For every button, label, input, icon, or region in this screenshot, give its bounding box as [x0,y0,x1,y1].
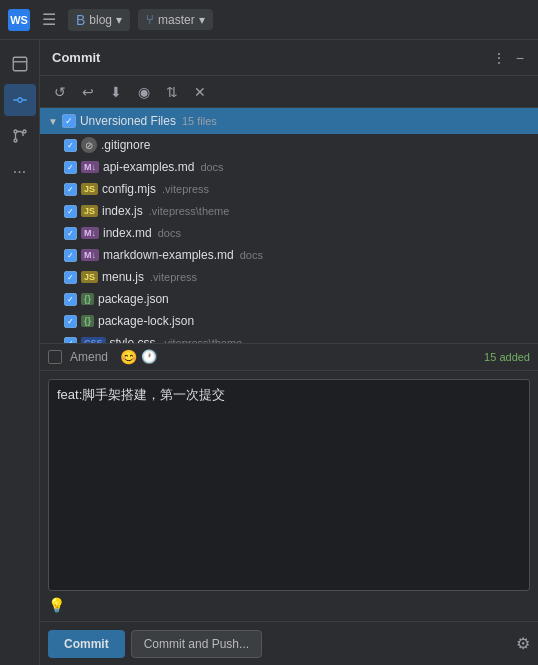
svg-point-3 [14,139,17,142]
branch-dropdown-icon: ▾ [116,13,122,27]
sort-icon: ⇅ [166,84,178,100]
file-type-badge: M↓ [81,249,99,261]
file-type-badge: JS [81,205,98,217]
file-path: docs [240,249,263,261]
top-bar: WS ☰ B blog ▾ ⑂ master ▾ [0,0,538,40]
file-checkbox[interactable] [64,161,77,174]
amend-clock-icon[interactable]: 🕐 [141,349,157,365]
file-type-badge: {} [81,315,94,327]
svg-rect-0 [13,57,27,71]
sidebar-item-commit[interactable] [4,84,36,116]
undo-button[interactable]: ↩ [76,80,100,104]
svg-point-2 [14,130,17,133]
file-name: .gitignore [101,138,150,152]
file-name: package.json [98,292,169,306]
file-type-badge: JS [81,183,98,195]
file-name: markdown-examples.md [103,248,234,262]
file-path: docs [158,227,181,239]
master-label: master [158,13,195,27]
file-item[interactable]: JS config.mjs .vitepress [40,178,538,200]
sidebar-item-more[interactable]: ··· [4,156,36,188]
amend-checkbox[interactable] [48,350,62,364]
file-list: ▼ Unversioned Files 15 files ⊘ .gitignor… [40,108,538,343]
bottom-bar: Commit Commit and Push... ⚙ [40,621,538,665]
download-icon: ⬇ [110,84,122,100]
file-name: index.js [102,204,143,218]
added-count: 15 added [484,351,530,363]
download-button[interactable]: ⬇ [104,80,128,104]
file-item[interactable]: ⊘ .gitignore [40,134,538,156]
group-checkbox[interactable] [62,114,76,128]
toolbar: ↺ ↩ ⬇ ◉ ⇅ ✕ [40,76,538,108]
group-name: Unversioned Files [80,114,176,128]
refresh-button[interactable]: ↺ [48,80,72,104]
file-type-badge: M↓ [81,227,99,239]
panel-header: Commit ⋮ − [40,40,538,76]
file-checkbox[interactable] [64,139,77,152]
commit-message-area: 💡 [40,371,538,622]
eye-icon: ◉ [138,84,150,100]
file-item[interactable]: {} package-lock.json [40,310,538,332]
close-button[interactable]: ✕ [188,80,212,104]
amend-emoji-icon[interactable]: 😊 [120,349,137,365]
file-item[interactable]: JS index.js .vitepress\theme [40,200,538,222]
file-name: package-lock.json [98,314,194,328]
file-item[interactable]: M↓ api-examples.md docs [40,156,538,178]
blog-branch-selector[interactable]: B blog ▾ [68,9,130,31]
panel-minimize-button[interactable]: − [514,48,526,68]
sort-button[interactable]: ⇅ [160,80,184,104]
branch-icon: ⑂ [146,12,154,27]
file-item[interactable]: M↓ markdown-examples.md docs [40,244,538,266]
file-type-badge: ⊘ [81,137,97,153]
file-name: config.mjs [102,182,156,196]
file-path: .vitepress [150,271,197,283]
file-path: docs [200,161,223,173]
svg-point-4 [23,130,26,133]
file-item[interactable]: CSS style.css .vitepress\theme [40,332,538,343]
file-path: .vitepress [162,183,209,195]
close-icon: ✕ [194,84,206,100]
file-checkbox[interactable] [64,249,77,262]
file-item[interactable]: JS menu.js .vitepress [40,266,538,288]
panel-actions: ⋮ − [490,48,526,68]
file-item[interactable]: M↓ index.md docs [40,222,538,244]
file-checkbox[interactable] [64,293,77,306]
group-count: 15 files [182,115,217,127]
master-branch-selector[interactable]: ⑂ master ▾ [138,9,213,30]
sidebar-item-files[interactable] [4,48,36,80]
view-button[interactable]: ◉ [132,80,156,104]
file-name: index.md [103,226,152,240]
file-path: .vitepress\theme [149,205,230,217]
commit-and-push-button[interactable]: Commit and Push... [131,630,262,658]
file-checkbox[interactable] [64,227,77,240]
group-chevron-icon: ▼ [48,116,58,127]
file-checkbox[interactable] [64,183,77,196]
amend-row: Amend 😊 🕐 15 added [40,343,538,371]
main-layout: ··· Commit ⋮ − ↺ ↩ ⬇ ◉ [0,40,538,665]
settings-icon[interactable]: ⚙ [516,634,530,653]
file-checkbox[interactable] [64,271,77,284]
amend-icons: 😊 🕐 [120,349,157,365]
more-icon: ··· [13,163,26,181]
file-name: menu.js [102,270,144,284]
unversioned-group-header[interactable]: ▼ Unversioned Files 15 files [40,108,538,134]
file-type-badge: {} [81,293,94,305]
project-icon: B [76,12,85,28]
file-checkbox[interactable] [64,315,77,328]
menu-icon[interactable]: ☰ [38,8,60,31]
file-item[interactable]: {} package.json [40,288,538,310]
sidebar-item-branches[interactable] [4,120,36,152]
commit-button[interactable]: Commit [48,630,125,658]
file-type-badge: M↓ [81,161,99,173]
file-checkbox[interactable] [64,205,77,218]
commit-message-input[interactable] [48,379,530,592]
svg-point-1 [17,98,22,103]
panel-title: Commit [52,50,100,65]
undo-icon: ↩ [82,84,94,100]
sidebar-icons: ··· [0,40,40,665]
blog-label: blog [89,13,112,27]
master-dropdown-icon: ▾ [199,13,205,27]
amend-label: Amend [70,350,108,364]
panel-more-button[interactable]: ⋮ [490,48,508,68]
refresh-icon: ↺ [54,84,66,100]
